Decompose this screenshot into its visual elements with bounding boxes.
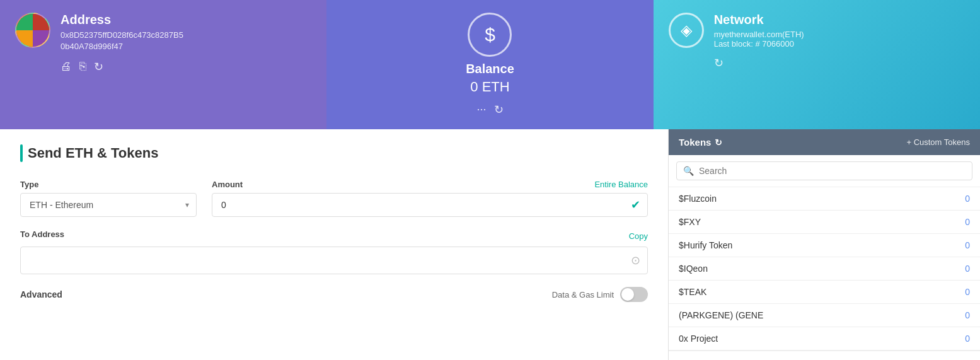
advanced-label: Advanced xyxy=(20,289,62,299)
address-card: Address 0x8D52375ffD028f6c473c8287B5 0b4… xyxy=(0,0,326,129)
refresh-address-icon[interactable]: ↻ xyxy=(94,60,103,74)
network-card: ◈ Network myetherwallet.com(ETH) Last bl… xyxy=(654,0,980,129)
token-name: $IQeon xyxy=(679,264,708,274)
tokens-refresh-icon[interactable]: ↻ xyxy=(715,137,722,148)
gas-limit-wrapper: Data & Gas Limit xyxy=(552,287,648,302)
balance-card: $ Balance 0 ETH ··· ↻ xyxy=(326,0,653,129)
more-options-icon[interactable]: ··· xyxy=(476,103,486,117)
search-icon: 🔍 xyxy=(683,166,694,176)
balance-value: 0 ETH xyxy=(470,79,509,95)
network-last-block: Last block: # 7066000 xyxy=(714,39,804,49)
token-name: $Fluzcoin xyxy=(679,194,717,204)
print-icon[interactable]: 🖨 xyxy=(61,60,72,74)
send-panel-title: Send ETH & Tokens xyxy=(28,145,158,161)
token-list-item[interactable]: (PARKGENE) (GENE 0 xyxy=(669,304,980,327)
network-url: myetherwallet.com(ETH) xyxy=(714,30,804,39)
token-name: $FXY xyxy=(679,217,701,227)
token-balance: 0 xyxy=(965,194,970,204)
gas-limit-label: Data & Gas Limit xyxy=(552,290,614,299)
token-name: (PARKGENE) (GENE xyxy=(679,310,763,320)
type-select[interactable]: ETH - Ethereum xyxy=(20,193,197,217)
token-name: 0x Project xyxy=(679,334,718,344)
token-name: $Hurify Token xyxy=(679,240,732,250)
entire-balance-link[interactable]: Entire Balance xyxy=(594,180,648,189)
gas-limit-toggle[interactable] xyxy=(620,287,648,302)
token-list-item[interactable]: $Hurify Token 0 xyxy=(669,234,980,257)
address-info: Address 0x8D52375ffD028f6c473c8287B5 0b4… xyxy=(61,13,183,52)
token-balance: 0 xyxy=(965,310,970,320)
token-balance: 0 xyxy=(965,217,970,227)
type-select-wrapper: ETH - Ethereum ▾ xyxy=(20,193,197,217)
scroll-down-icon[interactable]: ⋙ xyxy=(816,357,833,360)
token-list-item[interactable]: 0x Project 0 xyxy=(669,327,980,351)
token-list-item[interactable]: $Fluzcoin 0 xyxy=(669,187,980,211)
token-list-item[interactable]: $FXY 0 xyxy=(669,211,980,234)
token-name: $TEAK xyxy=(679,287,706,297)
network-logo-circle: ◈ xyxy=(669,13,704,48)
to-address-label: To Address xyxy=(20,229,64,239)
balance-icon-circle: $ xyxy=(468,13,512,57)
amount-input-wrapper: ✔ xyxy=(212,193,648,217)
token-list-item[interactable]: $IQeon 0 xyxy=(669,257,980,281)
amount-field-group: Amount Entire Balance ✔ xyxy=(212,180,648,217)
token-balance: 0 xyxy=(965,334,970,344)
tokens-title-group: Tokens ↻ xyxy=(679,137,722,148)
search-input[interactable] xyxy=(699,166,966,176)
address-line1: 0x8D52375ffD028f6c473c8287B5 xyxy=(61,30,183,41)
tokens-list: $Fluzcoin 0 $FXY 0 $Hurify Token 0 $IQeo… xyxy=(669,187,980,351)
tokens-footer: ⋙ xyxy=(669,351,980,360)
copy-address-icon[interactable]: ⎘ xyxy=(79,60,86,74)
to-address-input-wrapper: ⊙ xyxy=(20,247,648,274)
amount-valid-icon: ✔ xyxy=(631,198,640,212)
token-balance: 0 xyxy=(965,240,970,250)
title-accent-bar xyxy=(20,144,23,162)
to-address-group: To Address Copy ⊙ xyxy=(20,229,648,274)
network-card-title: Network xyxy=(714,13,804,27)
token-balance: 0 xyxy=(965,287,970,297)
amount-input[interactable] xyxy=(212,193,648,217)
toggle-knob xyxy=(621,288,634,301)
tokens-panel: Tokens ↻ + Custom Tokens 🔍 $Fluzcoin 0 $… xyxy=(669,129,980,360)
send-panel: Send ETH & Tokens Type ETH - Ethereum ▾ … xyxy=(0,129,669,360)
amount-label: Amount xyxy=(212,180,243,189)
to-address-input[interactable] xyxy=(20,247,648,274)
refresh-network-icon[interactable]: ↻ xyxy=(714,57,723,69)
dollar-icon: $ xyxy=(485,24,495,45)
type-label: Type xyxy=(20,180,197,189)
type-field-group: Type ETH - Ethereum ▾ xyxy=(20,180,197,217)
address-card-title: Address xyxy=(61,13,183,27)
token-balance: 0 xyxy=(965,264,970,274)
tokens-title-text: Tokens xyxy=(679,137,711,148)
token-list-item[interactable]: $TEAK 0 xyxy=(669,281,980,304)
copy-address-link[interactable]: Copy xyxy=(629,231,648,241)
tokens-search-wrapper: 🔍 xyxy=(669,155,980,187)
custom-tokens-link[interactable]: + Custom Tokens xyxy=(906,137,970,147)
network-info: Network myetherwallet.com(ETH) Last bloc… xyxy=(714,13,804,49)
address-line2: 0b40A78d996f47 xyxy=(61,41,183,52)
avatar xyxy=(15,13,50,48)
ethereum-icon: ◈ xyxy=(681,21,692,39)
advanced-row: Advanced Data & Gas Limit xyxy=(20,287,648,302)
balance-card-title: Balance xyxy=(466,62,514,76)
tokens-header: Tokens ↻ + Custom Tokens xyxy=(669,129,980,155)
address-field-icon: ⊙ xyxy=(631,253,640,267)
refresh-balance-icon[interactable]: ↻ xyxy=(494,103,504,117)
